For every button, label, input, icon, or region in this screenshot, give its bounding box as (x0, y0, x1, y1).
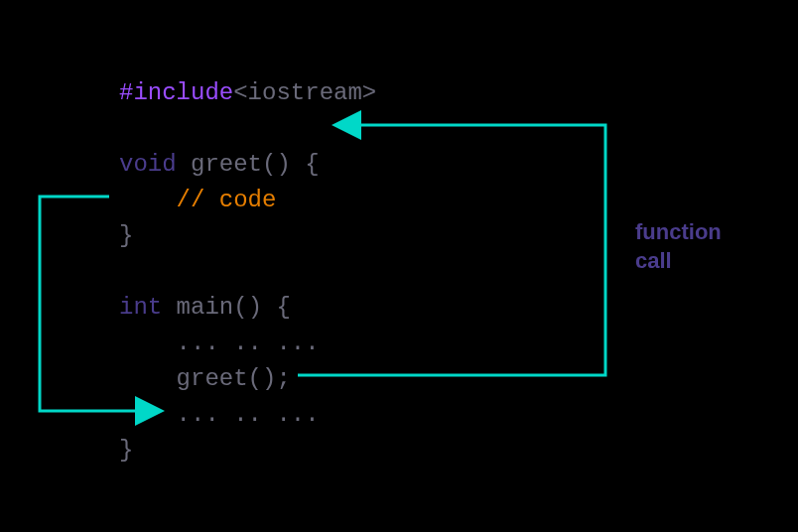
include-directive: #include (119, 79, 233, 106)
ellipsis-after: ... .. ... (177, 401, 320, 428)
ellipsis-before: ... .. ... (177, 330, 320, 356)
annotation-line-1: function (635, 218, 722, 247)
int-keyword: int (119, 294, 162, 321)
greet-declaration: greet() { (177, 151, 320, 178)
greet-call: greet(); (177, 365, 291, 392)
close-brace-greet: } (119, 222, 133, 249)
code-block: #include<iostream> void greet() { // cod… (119, 40, 376, 468)
function-call-annotation: function call (635, 218, 722, 275)
code-comment: // code (177, 187, 277, 213)
annotation-line-2: call (635, 247, 722, 276)
close-brace-main: } (119, 437, 133, 464)
include-header: <iostream> (233, 79, 376, 106)
void-keyword: void (119, 151, 177, 178)
main-declaration: main() { (162, 294, 291, 321)
